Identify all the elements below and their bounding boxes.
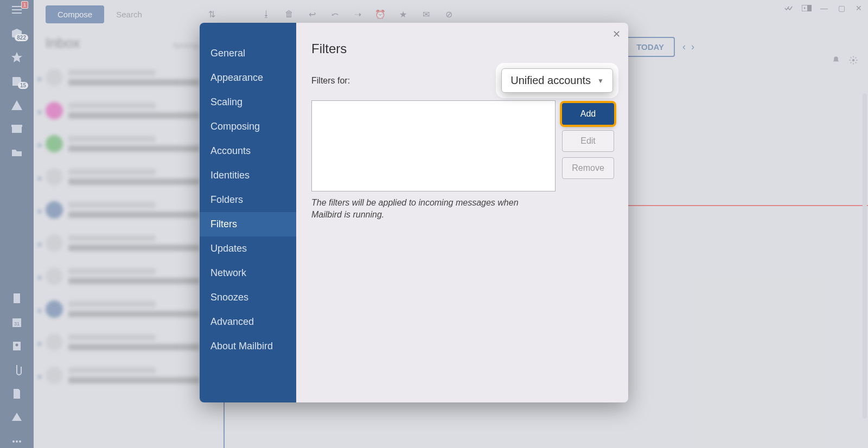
- search-field[interactable]: [112, 10, 201, 19]
- svg-text:31: 31: [14, 321, 20, 327]
- trash-icon[interactable]: 🗑: [284, 9, 295, 20]
- svg-point-11: [19, 440, 21, 443]
- inbox-icon[interactable]: 822: [9, 27, 25, 40]
- download-icon[interactable]: ⭳: [261, 9, 272, 20]
- snooze-icon[interactable]: ⏰: [375, 9, 386, 20]
- svg-rect-2: [12, 126, 22, 133]
- minimize-button[interactable]: —: [819, 3, 829, 13]
- mail-list-pane: Inbox Syncing... ⟳: [34, 28, 224, 448]
- mail-item[interactable]: [46, 127, 214, 161]
- panel-toggle-icon[interactable]: [802, 3, 812, 13]
- chevron-down-icon: ▼: [597, 77, 604, 85]
- folder-icon[interactable]: [9, 146, 25, 159]
- filter-listbox[interactable]: [311, 100, 556, 191]
- filter-hint: The filters will be applied to incoming …: [311, 197, 550, 220]
- more-icon[interactable]: [9, 435, 25, 448]
- settings-nav-filters[interactable]: Filters: [200, 212, 296, 236]
- cal-next-icon[interactable]: ›: [691, 41, 694, 53]
- filters-for-label: Filters for:: [311, 76, 350, 86]
- settings-body: Filters Filters for: Unified accounts ▼ …: [296, 23, 628, 402]
- svg-rect-1: [807, 5, 812, 11]
- settings-nav-advanced[interactable]: Advanced: [200, 310, 296, 334]
- remove-filter-button[interactable]: Remove: [562, 157, 614, 179]
- menu-badge: 1: [21, 1, 28, 9]
- mail-item[interactable]: [46, 326, 214, 359]
- settings-nav-accounts[interactable]: Accounts: [200, 139, 296, 163]
- sent-icon[interactable]: [9, 99, 25, 112]
- hamburger-menu-icon[interactable]: 1: [9, 3, 25, 16]
- block-icon[interactable]: ⊘: [443, 9, 454, 20]
- account-dropdown[interactable]: Unified accounts ▼: [501, 68, 613, 93]
- gear-icon[interactable]: [848, 55, 858, 67]
- toolbar-icons: ⭳ 🗑 ↩ ⤺ ➝ ⏰ ★ ✉ ⊘: [261, 9, 454, 20]
- maximize-button[interactable]: ▢: [837, 3, 846, 13]
- edit-filter-button[interactable]: Edit: [562, 130, 614, 152]
- notes-icon[interactable]: [9, 292, 25, 305]
- settings-nav-identities[interactable]: Identities: [200, 163, 296, 188]
- drive-icon[interactable]: [9, 411, 25, 424]
- reply-icon[interactable]: ↩: [307, 9, 317, 20]
- settings-nav: GeneralAppearanceScalingComposingAccount…: [200, 23, 296, 402]
- archive-icon[interactable]: [9, 123, 25, 136]
- settings-nav-about-mailbird[interactable]: About Mailbird: [200, 334, 296, 359]
- settings-nav-composing[interactable]: Composing: [200, 114, 296, 139]
- app-root: — ▢ ✕ 1 822 15 31 Compose: [0, 0, 868, 448]
- today-button[interactable]: TODAY: [626, 37, 675, 57]
- cal-prev-icon[interactable]: ‹: [682, 41, 686, 53]
- drafts-count-badge: 15: [18, 82, 28, 89]
- window-controls: — ▢ ✕: [784, 3, 864, 13]
- svg-rect-3: [11, 125, 22, 127]
- calendar-icon[interactable]: 31: [9, 316, 25, 329]
- mail-item[interactable]: [46, 359, 214, 392]
- settings-nav-updates[interactable]: Updates: [200, 236, 296, 261]
- svg-point-13: [852, 59, 855, 62]
- settings-nav-general[interactable]: General: [200, 41, 296, 66]
- settings-nav-snoozes[interactable]: Snoozes: [200, 285, 296, 310]
- settings-modal: ✕ GeneralAppearanceScalingComposingAccou…: [200, 23, 628, 402]
- attachment-icon[interactable]: [9, 363, 25, 376]
- svg-rect-4: [14, 293, 20, 303]
- star-icon[interactable]: [9, 51, 25, 64]
- settings-nav-appearance[interactable]: Appearance: [200, 66, 296, 90]
- mail-item[interactable]: [46, 94, 214, 127]
- document-icon[interactable]: [9, 387, 25, 400]
- forward-icon[interactable]: ➝: [352, 9, 363, 20]
- nav-rail: 1 822 15 31: [0, 0, 34, 448]
- svg-point-8: [16, 344, 18, 347]
- checkmarks-icon[interactable]: [784, 3, 794, 13]
- drafts-icon[interactable]: 15: [9, 75, 25, 88]
- svg-point-10: [16, 440, 18, 443]
- settings-title: Filters: [311, 41, 613, 56]
- contacts-icon[interactable]: [9, 340, 25, 353]
- inbox-count-badge: 822: [15, 34, 28, 41]
- mail-item[interactable]: [46, 61, 214, 94]
- mark-read-icon[interactable]: ✉: [420, 9, 431, 20]
- reply-all-icon[interactable]: ⤺: [329, 9, 340, 20]
- settings-nav-network[interactable]: Network: [200, 261, 296, 285]
- mail-item[interactable]: [46, 227, 214, 260]
- compose-button[interactable]: Compose: [46, 5, 104, 23]
- add-filter-button[interactable]: Add: [562, 103, 614, 125]
- mail-item[interactable]: [46, 293, 214, 326]
- bell-icon[interactable]: [831, 55, 841, 67]
- mail-item[interactable]: [46, 161, 214, 194]
- folder-title: Inbox: [46, 35, 80, 52]
- mail-item[interactable]: [46, 194, 214, 227]
- settings-nav-scaling[interactable]: Scaling: [200, 90, 296, 114]
- mail-item[interactable]: [46, 260, 214, 293]
- account-selected: Unified accounts: [510, 74, 591, 87]
- star-action-icon[interactable]: ★: [398, 9, 409, 20]
- svg-point-9: [12, 440, 15, 443]
- calendar-scrollbar[interactable]: [863, 93, 867, 419]
- settings-nav-folders[interactable]: Folders: [200, 188, 296, 212]
- search-input[interactable]: [116, 10, 219, 19]
- close-window-button[interactable]: ✕: [854, 3, 864, 13]
